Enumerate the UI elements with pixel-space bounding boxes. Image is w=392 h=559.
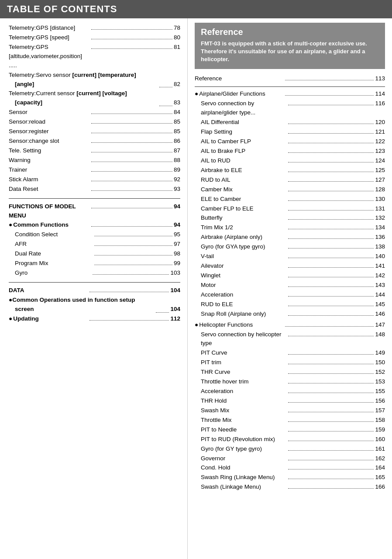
toc-dots — [91, 133, 172, 133]
toc-dots — [288, 431, 374, 431]
toc-label: ●Common Operations used in function setu… — [9, 296, 155, 314]
toc-page: 156 — [375, 397, 385, 406]
toc-dots — [288, 143, 374, 143]
toc-item: Acceleration 144 — [195, 290, 385, 300]
toc-label: Servo connection by airplane/glider type… — [195, 99, 287, 117]
toc-dots — [288, 229, 374, 229]
toc-item: Motor 143 — [195, 281, 385, 290]
toc-item: Airbrake (Airplane only) 136 — [195, 233, 385, 242]
toc-item: Stick Alarm 92 — [9, 175, 180, 184]
toc-item: Data Reset 93 — [9, 185, 180, 194]
toc-label: PIT Curve — [195, 349, 287, 358]
toc-page: 120 — [375, 118, 385, 127]
toc-item-afr: AFR 97 — [9, 240, 180, 249]
toc-item: AIL to RUD 124 — [195, 156, 385, 166]
toc-dots — [91, 123, 172, 124]
toc-label: PIT trim — [195, 358, 287, 367]
toc-label: Servo connection by helicopter type — [195, 330, 287, 349]
toc-item: Servo connection by airplane/glider type… — [195, 99, 385, 117]
toc-page: 162 — [375, 454, 385, 463]
toc-label: THR Curve — [195, 368, 287, 377]
toc-label: Governor — [195, 454, 287, 463]
toc-label-line2: screen — [9, 305, 155, 314]
toc-dots — [288, 450, 374, 451]
toc-item: Camber Mix 128 — [195, 185, 385, 194]
toc-dots — [91, 226, 172, 227]
toc-dots — [288, 248, 374, 248]
toc-page: 138 — [375, 242, 385, 252]
toc-dots — [285, 80, 374, 80]
toc-item: Governor 162 — [195, 454, 385, 463]
toc-label: Reference — [195, 74, 284, 83]
toc-label: Program Mix — [9, 259, 93, 268]
toc-dots — [156, 312, 169, 313]
toc-label: Cond. Hold — [195, 463, 287, 473]
toc-dots — [288, 286, 374, 287]
toc-label: Motor — [195, 281, 287, 290]
toc-page: 78 — [174, 24, 180, 33]
toc-label: Telemetry:GPS [altitude,variometer,posit… — [9, 43, 90, 70]
toc-page: 104 — [170, 305, 180, 314]
toc-label: Warning — [9, 156, 90, 165]
toc-label: Telemetry:Current sensor [current] [volt… — [9, 89, 158, 107]
toc-item: PIT Curve 149 — [195, 349, 385, 358]
toc-label: Updating — [9, 314, 88, 324]
toc-label: DATA — [9, 286, 88, 295]
toc-dots — [91, 114, 172, 114]
toc-dots — [288, 124, 374, 124]
toc-page: 94 — [174, 221, 180, 230]
toc-page: 132 — [375, 214, 385, 223]
toc-item: Telemetry:GPS [speed] 80 — [9, 33, 180, 42]
toc-page: 99 — [174, 259, 180, 268]
toc-item: Cond. Hold 164 — [195, 463, 385, 473]
toc-item: Throttle hover trim 153 — [195, 377, 385, 386]
toc-page: 80 — [174, 33, 180, 42]
page-header: TABLE OF CONTENTS — [0, 0, 392, 18]
toc-page: 128 — [375, 185, 385, 194]
toc-page: 121 — [375, 128, 385, 137]
toc-label: Swash Ring (Linkage Menu) — [195, 473, 287, 482]
main-content: Telemetry:GPS [distance] 78 Telemetry:GP… — [0, 18, 392, 559]
toc-item: RUD to AIL 127 — [195, 176, 385, 185]
toc-page: 159 — [375, 425, 385, 435]
toc-dots — [91, 142, 172, 143]
toc-page: 124 — [375, 156, 385, 166]
toc-item: PIT trim 150 — [195, 358, 385, 367]
toc-label: Throttle hover trim — [195, 377, 287, 386]
toc-label: PIT to Needle — [195, 425, 287, 435]
toc-page: 113 — [375, 74, 385, 83]
toc-label: Camber FLP to ELE — [195, 204, 287, 214]
toc-dots — [288, 191, 374, 191]
toc-page: 143 — [375, 281, 385, 290]
toc-label: FUNCTIONS OF MODEL MENU — [9, 202, 90, 221]
toc-label-line1: ●Common Operations used in function setu… — [9, 296, 155, 305]
toc-dots — [288, 162, 374, 162]
toc-item: THR Hold 156 — [195, 397, 385, 406]
toc-page: 125 — [375, 166, 385, 175]
toc-page: 165 — [375, 473, 385, 482]
toc-item: Airbrake to ELE 125 — [195, 166, 385, 175]
toc-dots — [288, 373, 374, 374]
toc-page: 122 — [375, 137, 385, 146]
toc-page: 114 — [375, 90, 385, 99]
reference-box-title: Reference — [201, 27, 379, 37]
toc-dots — [288, 133, 374, 134]
toc-label: AIL to Camber FLP — [195, 137, 287, 146]
toc-dots — [288, 181, 374, 182]
toc-label: Sensor — [9, 108, 90, 117]
section-divider — [195, 86, 385, 87]
toc-dots — [288, 460, 374, 460]
toc-label: Throttle Mix — [195, 416, 287, 425]
toc-page: 148 — [375, 330, 385, 339]
toc-page: 85 — [174, 127, 180, 136]
toc-page: 93 — [174, 185, 180, 194]
toc-dots — [91, 171, 172, 172]
toc-label: Dual Rate — [9, 249, 93, 259]
toc-dots — [288, 105, 374, 105]
toc-item: Throttle Mix 158 — [195, 416, 385, 425]
toc-page: 92 — [174, 175, 180, 184]
toc-dots — [159, 87, 172, 87]
toc-label-line2: [angle] — [9, 80, 158, 89]
toc-dots — [288, 354, 374, 355]
toc-dots — [159, 106, 172, 106]
